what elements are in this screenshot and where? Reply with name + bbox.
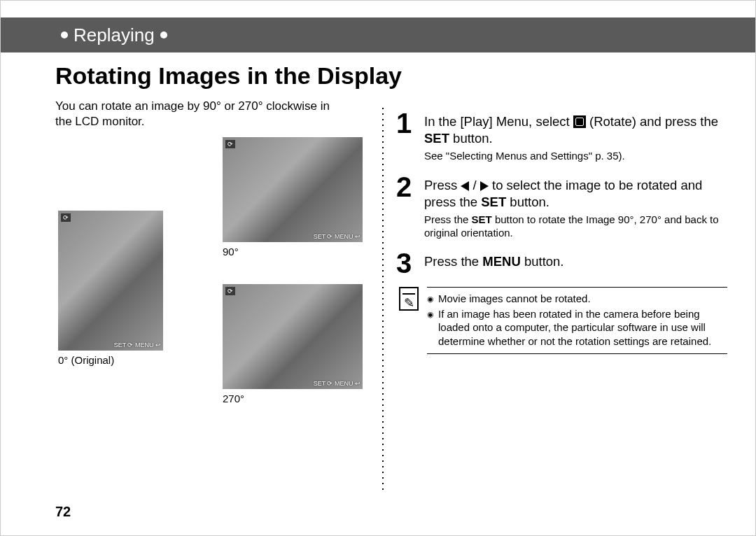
step-text: Press the [424, 254, 482, 269]
step-text: (Rotate) and press the [586, 114, 718, 129]
left-arrow-icon [461, 181, 469, 191]
rotate-badge-icon: ⟳ [61, 213, 71, 222]
steps-column: 1 In the [Play] Menu, select (Rotate) an… [396, 109, 727, 354]
step-body: Press the MENU button. [424, 249, 564, 277]
step-text: button. [449, 131, 493, 146]
step-subtext: Press the SET button to rotate the Image… [424, 213, 727, 240]
step-2: 2 Press / to select the image to be rota… [396, 173, 727, 240]
step-body: In the [Play] Menu, select (Rotate) and … [424, 109, 727, 163]
step-3: 3 Press the MENU button. [396, 249, 727, 277]
bullet-icon [160, 31, 167, 38]
page-number: 72 [55, 504, 71, 520]
note-list: Movie images cannot be rotated. If an im… [427, 287, 727, 354]
step-body: Press / to select the image to be rotate… [424, 173, 727, 240]
step-text: In the [Play] Menu, select [424, 114, 573, 129]
button-name: SET [472, 213, 492, 225]
thumbnail-0deg: ⟳ SET ⟳ MENU ↩ [58, 211, 163, 351]
manual-page: Replaying Rotating Images in the Display… [0, 0, 756, 536]
note-icon [399, 287, 419, 311]
section-label: Replaying [74, 24, 155, 46]
step-subtext: See "Selecting Menus and Settings" p. 35… [424, 150, 727, 163]
right-arrow-icon [480, 181, 489, 191]
step-text: button. [506, 195, 550, 209]
screen-overlay-text: SET ⟳ MENU ↩ [314, 233, 360, 240]
caption-270deg: 270° [223, 393, 244, 404]
screen-overlay-text: SET ⟳ MENU ↩ [314, 380, 360, 387]
step-text: / [469, 178, 479, 192]
bullet-icon [61, 31, 68, 38]
intro-text: You can rotate an image by 90° or 270° c… [55, 99, 349, 129]
step-number: 3 [396, 249, 424, 277]
note-box: Movie images cannot be rotated. If an im… [396, 287, 727, 354]
step-text: button. [521, 254, 564, 269]
button-name: MENU [482, 254, 520, 269]
step-number: 2 [396, 173, 424, 240]
vertical-divider [382, 106, 384, 493]
thumbnail-270deg: ⟳ SET ⟳ MENU ↩ [223, 284, 363, 389]
sub-text: Press the [424, 213, 472, 225]
page-title: Rotating Images in the Display [55, 62, 402, 90]
step-text: Press [424, 178, 461, 192]
thumbnail-90deg: ⟳ SET ⟳ MENU ↩ [223, 137, 363, 242]
caption-90deg: 90° [223, 246, 239, 258]
note-text: Movie images cannot be rotated. [438, 292, 591, 306]
rotate-badge-icon: ⟳ [225, 140, 235, 148]
section-header: Replaying [1, 17, 755, 52]
note-item: Movie images cannot be rotated. [427, 292, 727, 306]
step-1: 1 In the [Play] Menu, select (Rotate) an… [396, 109, 727, 163]
note-text: If an image has been rotated in the came… [438, 307, 727, 348]
step-number: 1 [396, 109, 424, 163]
screen-overlay-text: SET ⟳ MENU ↩ [114, 341, 161, 348]
note-item: If an image has been rotated in the came… [427, 307, 727, 348]
button-name: SET [481, 195, 506, 209]
rotate-badge-icon: ⟳ [225, 287, 235, 295]
caption-0deg: 0° (Original) [58, 354, 114, 366]
rotate-icon [573, 115, 586, 128]
button-name: SET [424, 131, 449, 146]
